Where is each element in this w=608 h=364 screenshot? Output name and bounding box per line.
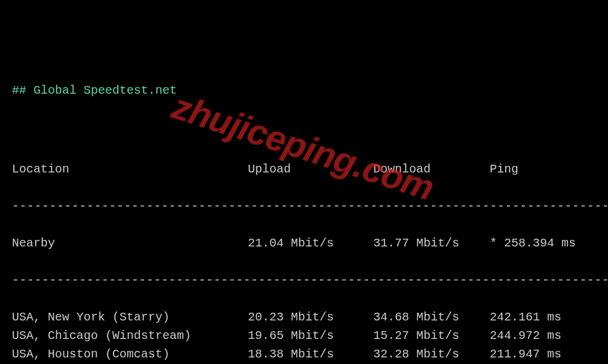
table-row: USA, New York (Starry)20.23 Mbit/s34.68 … xyxy=(12,308,596,326)
table-row: USA, Chicago (Windstream)19.65 Mbit/s15.… xyxy=(12,326,596,345)
table-row: USA, Houston (Comcast)18.38 Mbit/s32.28 … xyxy=(12,345,596,363)
cell-download: 34.68 Mbit/s xyxy=(373,308,490,326)
section-title: ## Global Speedtest.net xyxy=(12,81,596,100)
cell-download: 15.27 Mbit/s xyxy=(373,326,490,345)
cell-upload: 18.38 Mbit/s xyxy=(248,345,373,363)
divider-line: ----------------------------------------… xyxy=(12,197,596,215)
header-upload: Upload xyxy=(248,160,373,178)
cell-ping: * 258.394 ms xyxy=(490,234,576,252)
cell-location: USA, Chicago (Windstream) xyxy=(12,326,248,345)
header-ping: Ping xyxy=(490,160,518,178)
cell-download: 31.77 Mbit/s xyxy=(373,234,490,252)
cell-upload: 21.04 Mbit/s xyxy=(248,234,373,252)
cell-location: USA, Houston (Comcast) xyxy=(12,345,248,363)
cell-location: Nearby xyxy=(12,234,248,252)
blank-line xyxy=(12,123,596,141)
cell-location: USA, New York (Starry) xyxy=(12,308,248,326)
cell-download: 32.28 Mbit/s xyxy=(373,345,490,363)
table-header: LocationUploadDownloadPing xyxy=(12,160,596,178)
cell-upload: 20.23 Mbit/s xyxy=(248,308,373,326)
header-download: Download xyxy=(373,160,490,178)
table-body: USA, New York (Starry)20.23 Mbit/s34.68 … xyxy=(12,308,596,364)
divider-line: ----------------------------------------… xyxy=(12,271,596,289)
table-row-nearby: Nearby21.04 Mbit/s31.77 Mbit/s* 258.394 … xyxy=(12,234,596,252)
cell-ping: 242.161 ms xyxy=(490,308,561,326)
cell-ping: 211.947 ms xyxy=(490,345,561,363)
cell-upload: 19.65 Mbit/s xyxy=(248,326,373,345)
cell-ping: 244.972 ms xyxy=(490,326,561,345)
header-location: Location xyxy=(12,160,248,178)
